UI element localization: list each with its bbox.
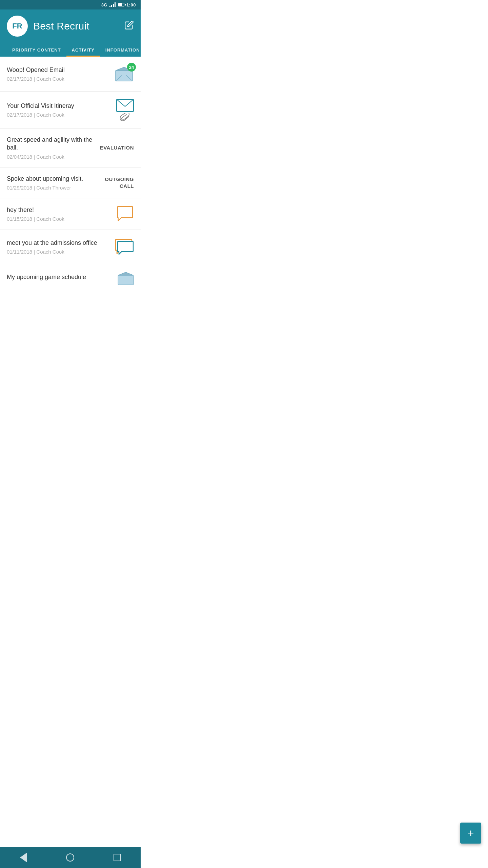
time-display: 1:00 xyxy=(126,2,136,7)
list-item[interactable]: meet you at the admissions office 01/11/… xyxy=(0,230,141,264)
list-item[interactable]: Spoke about upcoming visit. 01/29/2018 |… xyxy=(0,167,141,198)
status-bar: 3G 1:00 xyxy=(0,0,141,9)
activity-meta: 02/04/2018 | Coach Cook xyxy=(7,154,95,160)
activity-icon-area xyxy=(116,206,134,222)
activity-title: hey there! xyxy=(7,206,111,214)
activity-meta: 01/29/2018 | Coach Thrower xyxy=(7,185,99,191)
activity-content: Woop! Opened Email 02/17/2018 | Coach Co… xyxy=(7,66,109,82)
list-item[interactable]: Great speed and agility with the ball. 0… xyxy=(0,129,141,167)
outgoing-call-tag: OUTGOING CALL xyxy=(105,176,134,189)
list-item[interactable]: Your Official Visit Itineray 02/17/2018 … xyxy=(0,92,141,129)
email-partial-icon xyxy=(118,272,134,285)
email-icon xyxy=(116,99,134,112)
activity-content: Great speed and agility with the ball. 0… xyxy=(7,136,95,160)
battery-icon xyxy=(118,3,124,6)
activity-meta: 02/17/2018 | Coach Cook xyxy=(7,76,109,82)
activity-icon-area: 24 xyxy=(114,64,134,84)
avatar: FR xyxy=(7,16,28,37)
svg-rect-5 xyxy=(118,275,133,285)
tab-information[interactable]: INFORMATION xyxy=(100,43,141,57)
activity-meta: 01/11/2018 | Coach Cook xyxy=(7,249,109,255)
activity-content: My upcoming game schedule xyxy=(7,273,112,283)
email-opened-icon: 24 xyxy=(114,64,134,84)
activity-title: Great speed and agility with the ball. xyxy=(7,136,95,152)
email-badge: 24 xyxy=(127,63,136,72)
activity-icon-area xyxy=(114,237,134,256)
activity-content: hey there! 01/15/2018 | Coach Cook xyxy=(7,206,111,222)
tab-priority-content[interactable]: PRIORITY CONTENT xyxy=(7,43,66,57)
tab-activity[interactable]: ACTIVITY xyxy=(66,43,100,57)
activity-title: meet you at the admissions office xyxy=(7,239,109,247)
activity-title: My upcoming game schedule xyxy=(7,273,112,281)
activity-content: Your Official Visit Itineray 02/17/2018 … xyxy=(7,102,111,118)
activity-icon-area: OUTGOING CALL xyxy=(105,176,134,189)
activity-title: Your Official Visit Itineray xyxy=(7,102,111,110)
activity-list: Woop! Opened Email 02/17/2018 | Coach Co… xyxy=(0,57,141,340)
activity-icon-area xyxy=(116,99,134,121)
svg-marker-6 xyxy=(118,272,133,275)
header: FR Best Recruit PRIORITY CONTENT ACTIVIT… xyxy=(0,9,141,57)
list-item[interactable]: My upcoming game schedule xyxy=(0,264,141,293)
activity-title: Woop! Opened Email xyxy=(7,66,109,74)
edit-icon[interactable] xyxy=(124,20,134,32)
list-item[interactable]: Woop! Opened Email 02/17/2018 | Coach Co… xyxy=(0,57,141,92)
activity-icon-area: EVALUATION xyxy=(100,144,134,151)
activity-content: Spoke about upcoming visit. 01/29/2018 |… xyxy=(7,175,99,191)
chat-double-icon xyxy=(114,237,134,256)
attachment-icon xyxy=(120,113,130,121)
activity-meta: 01/15/2018 | Coach Cook xyxy=(7,216,111,222)
page-title: Best Recruit xyxy=(33,20,89,32)
list-item[interactable]: hey there! 01/15/2018 | Coach Cook xyxy=(0,198,141,230)
signal-icon xyxy=(109,2,116,7)
network-indicator: 3G xyxy=(101,2,107,7)
activity-content: meet you at the admissions office 01/11/… xyxy=(7,239,109,255)
activity-meta: 02/17/2018 | Coach Cook xyxy=(7,112,111,118)
activity-icon-area xyxy=(118,272,134,285)
activity-title: Spoke about upcoming visit. xyxy=(7,175,99,183)
chat-icon xyxy=(116,206,134,222)
svg-rect-0 xyxy=(116,71,133,81)
evaluation-tag: EVALUATION xyxy=(100,144,134,151)
tabs-bar: PRIORITY CONTENT ACTIVITY INFORMATION SC… xyxy=(7,43,134,57)
